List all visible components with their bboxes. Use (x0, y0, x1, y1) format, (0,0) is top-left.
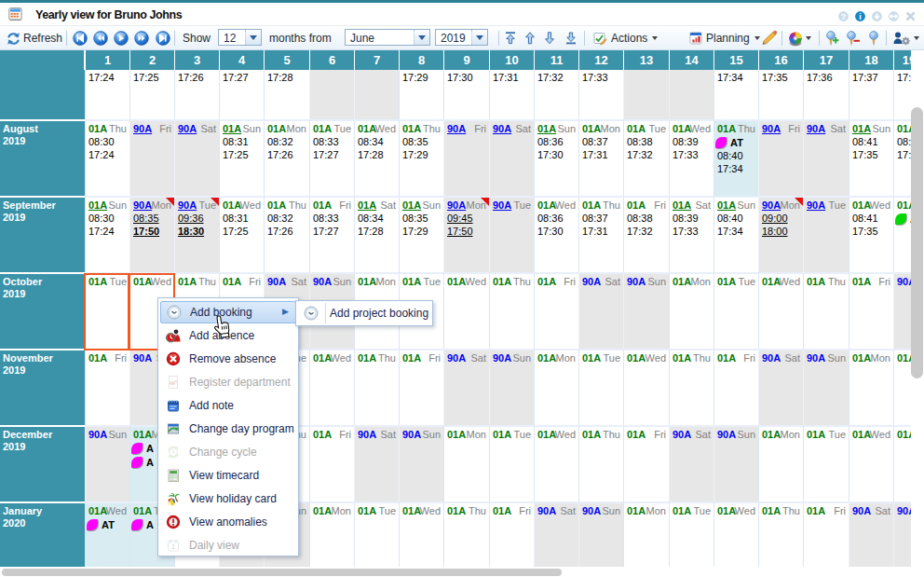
svg-text:?: ? (841, 12, 847, 21)
svg-text:1: 1 (171, 543, 175, 550)
svg-text:i: i (859, 12, 862, 21)
